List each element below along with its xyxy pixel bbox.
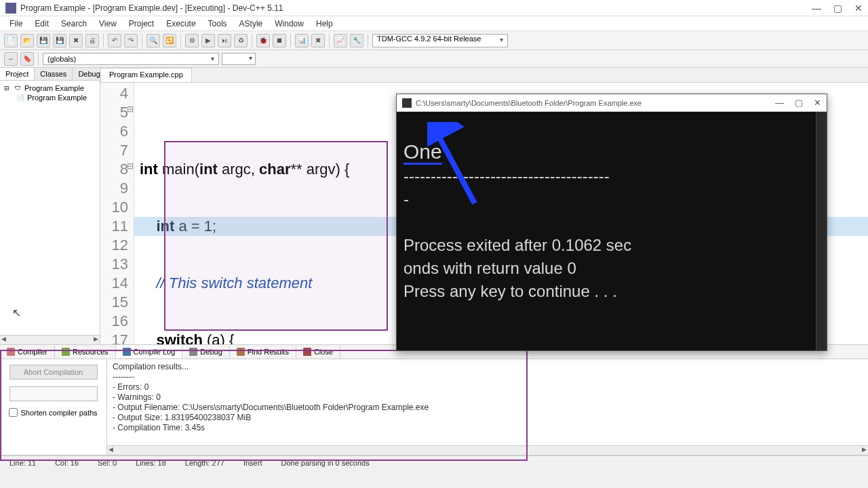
- close-button[interactable]: ✕: [854, 3, 863, 14]
- scope-selector[interactable]: (globals): [43, 53, 219, 65]
- status-length: Length: 277: [176, 459, 234, 467]
- separator: [38, 52, 39, 66]
- compiler-selector[interactable]: TDM-GCC 4.9.2 64-bit Release: [372, 34, 508, 47]
- tab-find-results[interactable]: Find Results: [230, 346, 296, 358]
- status-bar: Line: 11 Col: 16 Sel: 0 Lines: 18 Length…: [0, 455, 868, 469]
- console-output[interactable]: One ------------------------------------…: [397, 112, 827, 350]
- toolbar-main: 📄 📂 💾 💾 ✖ 🖨 ↶ ↷ 🔍 🔁 ⚙ ▶ ⏯ ♻ 🐞 ⏹ 📊 ✖ 📈 🔧 …: [0, 31, 868, 50]
- member-selector[interactable]: [222, 53, 256, 65]
- redo-icon[interactable]: ↷: [124, 34, 138, 47]
- title-bar: Program Example - [Program Example.dev] …: [0, 0, 868, 16]
- close-file-icon[interactable]: ✖: [69, 34, 83, 47]
- status-col: Col: 16: [45, 459, 88, 467]
- tree-file[interactable]: 📄 Program Example: [3, 93, 97, 102]
- rebuild-icon[interactable]: ♻: [234, 34, 248, 47]
- separator: [329, 34, 330, 47]
- menu-window[interactable]: Window: [269, 18, 309, 30]
- debug-icon[interactable]: 🐞: [256, 34, 270, 47]
- save-icon[interactable]: 💾: [37, 34, 50, 47]
- collapse-icon[interactable]: ⊟: [3, 84, 11, 92]
- sidebar-scrollbar[interactable]: [0, 335, 100, 344]
- replace-icon[interactable]: 🔁: [163, 34, 176, 47]
- profile-icon[interactable]: 📊: [295, 34, 309, 47]
- console-line-3: Press any key to continue . . .: [403, 282, 617, 300]
- cursor-icon: ↖: [12, 306, 21, 319]
- tab-compiler[interactable]: Compiler: [0, 346, 55, 358]
- separator: [290, 34, 291, 47]
- separator: [252, 34, 252, 47]
- abort-button[interactable]: Abort Compilation: [9, 365, 98, 380]
- status-mode: Insert: [234, 459, 272, 467]
- menu-project[interactable]: Project: [123, 18, 159, 30]
- new-icon[interactable]: 📄: [4, 34, 18, 47]
- tab-resources[interactable]: Resources: [55, 346, 116, 358]
- tools-icon[interactable]: 🔧: [350, 34, 363, 47]
- find-icon[interactable]: 🔍: [146, 34, 160, 47]
- tab-close[interactable]: Close: [296, 346, 340, 358]
- goto-icon[interactable]: ↔: [4, 52, 18, 66]
- open-icon[interactable]: 📂: [20, 34, 34, 47]
- menu-help[interactable]: Help: [311, 18, 338, 30]
- compile-run-icon[interactable]: ⏯: [218, 34, 231, 47]
- stop-icon[interactable]: ⏹: [273, 34, 286, 47]
- shorten-paths-checkbox[interactable]: Shorten compiler paths: [9, 408, 97, 417]
- compile-log-text: Compilation results... -------- - Errors…: [113, 362, 429, 432]
- compile-controls: Abort Compilation Shorten compiler paths: [0, 359, 107, 455]
- resources-icon: [62, 348, 70, 356]
- tab-project[interactable]: Project: [0, 68, 35, 80]
- console-minimize[interactable]: —: [775, 98, 784, 108]
- close-tab-icon: [303, 348, 311, 356]
- project-icon: 🛡: [14, 84, 22, 92]
- menu-search[interactable]: Search: [56, 18, 92, 30]
- status-sel: Sel: 0: [88, 459, 126, 467]
- tab-debug-bottom[interactable]: Debug: [182, 346, 229, 358]
- console-window[interactable]: C:\Users\smarty\Documents\Bluetooth Fold…: [396, 94, 827, 351]
- undo-icon[interactable]: ↶: [108, 34, 121, 47]
- shorten-checkbox-input[interactable]: [9, 408, 18, 417]
- menu-view[interactable]: View: [94, 18, 122, 30]
- shorten-label: Shorten compiler paths: [20, 409, 97, 417]
- delete-profile-icon[interactable]: ✖: [311, 34, 325, 47]
- compile-icon[interactable]: ⚙: [185, 34, 199, 47]
- console-dashes: --------------------------------------: [403, 167, 610, 185]
- compile-log[interactable]: Compilation results... -------- - Errors…: [107, 359, 868, 455]
- status-parse: Done parsing in 0 seconds: [271, 459, 378, 467]
- status-line: Line: 11: [0, 459, 45, 467]
- log-scrollbar[interactable]: [107, 445, 868, 455]
- menu-tools[interactable]: Tools: [203, 18, 233, 30]
- console-line-one: One: [403, 140, 442, 165]
- menu-execute[interactable]: Execute: [161, 18, 201, 30]
- menu-bar: File Edit Search View Project Execute To…: [0, 16, 868, 31]
- tab-compile-log[interactable]: Compile Log: [116, 346, 183, 358]
- console-close[interactable]: ✕: [814, 98, 821, 108]
- tree-file-label: Program Example: [27, 94, 87, 102]
- run-icon[interactable]: ▶: [201, 34, 215, 47]
- console-maximize[interactable]: ▢: [795, 98, 803, 108]
- menu-astyle[interactable]: AStyle: [234, 18, 269, 30]
- toolbar-scope: ↔ 🔖 (globals): [0, 50, 868, 68]
- separator: [180, 34, 181, 47]
- app-icon: [5, 3, 16, 14]
- tree-root[interactable]: ⊟ 🛡 Program Example: [3, 83, 97, 93]
- file-tab[interactable]: Program Example.cpp: [100, 68, 192, 82]
- compiler-output-box: [9, 386, 98, 401]
- compiler-selector-label: TDM-GCC 4.9.2 64-bit Release: [377, 35, 481, 43]
- scope-label: (globals): [47, 55, 76, 63]
- bottom-panel: Abort Compilation Shorten compiler paths…: [0, 359, 868, 455]
- bookmark-icon[interactable]: 🔖: [20, 52, 34, 66]
- menu-edit[interactable]: Edit: [29, 18, 54, 30]
- window-title: Program Example - [Program Example.dev] …: [20, 3, 812, 13]
- chart-icon[interactable]: 📈: [334, 34, 347, 47]
- maximize-button[interactable]: ▢: [833, 3, 842, 14]
- print-icon[interactable]: 🖨: [85, 34, 99, 47]
- console-titlebar[interactable]: C:\Users\smarty\Documents\Bluetooth Fold…: [397, 94, 827, 112]
- menu-file[interactable]: File: [4, 18, 28, 30]
- project-tree: ⊟ 🛡 Program Example 📄 Program Example: [0, 81, 100, 335]
- tab-classes[interactable]: Classes: [35, 68, 73, 80]
- console-line-2: onds with return value 0: [403, 259, 576, 277]
- saveall-icon[interactable]: 💾: [53, 34, 66, 47]
- status-lines: Lines: 18: [126, 459, 176, 467]
- file-icon: 📄: [16, 94, 24, 102]
- minimize-button[interactable]: —: [812, 3, 821, 14]
- console-scrollbar[interactable]: [816, 112, 827, 350]
